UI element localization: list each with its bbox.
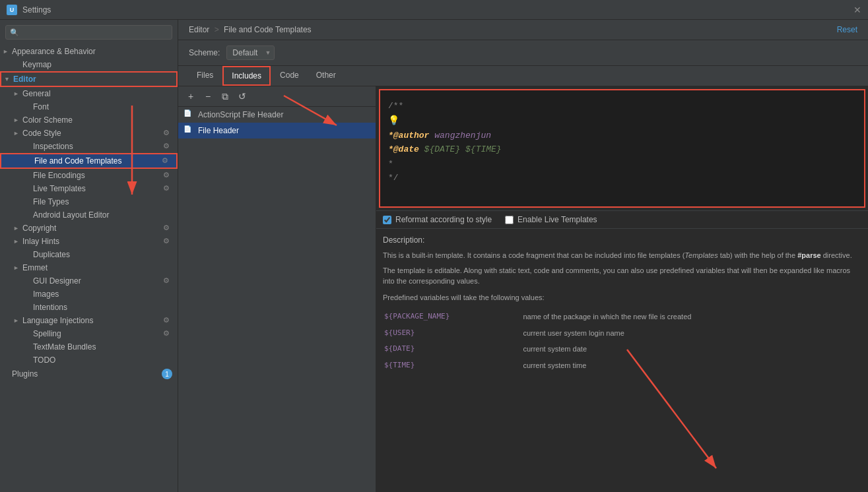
var-row-user: ${USER} current user system login name (384, 326, 860, 341)
sidebar-item-label: Images (33, 290, 59, 299)
description-para-1: This is a built-in template. It contains… (383, 250, 861, 261)
tab-code[interactable]: Code (272, 67, 307, 85)
code-line-3: *@author wangzhenjun (388, 129, 856, 142)
var-desc-time: current system time (523, 358, 860, 373)
sidebar-item-todo[interactable]: TODO (0, 354, 178, 367)
sidebar-item-editor[interactable]: Editor (0, 71, 178, 87)
sidebar-item-label: Editor (13, 75, 36, 84)
search-icon: 🔍 (10, 28, 19, 37)
expand-arrow-icon (13, 225, 20, 231)
sidebar-item-inspections[interactable]: Inspections ⚙ (0, 140, 178, 153)
expand-arrow-icon (4, 76, 11, 82)
sidebar-item-file-and-code-templates[interactable]: File and Code Templates ⚙ (0, 153, 178, 169)
sidebar-item-file-types[interactable]: File Types (0, 195, 178, 208)
content-header: Editor > File and Code Templates Reset (178, 20, 868, 40)
sidebar-item-live-templates[interactable]: Live Templates ⚙ (0, 182, 178, 195)
description-text: This is a built-in template. It contains… (383, 250, 861, 374)
template-item-file-header[interactable]: 📄 File Header (178, 123, 376, 138)
sidebar-item-emmet[interactable]: Emmet (0, 261, 178, 274)
sidebar-item-label: Copyright (22, 224, 56, 233)
split-content: + − ⧉ ↺ 📄 ActionScript (178, 86, 868, 492)
sidebar-item-label: Font (33, 102, 49, 111)
sidebar-item-intentions[interactable]: Intentions (0, 301, 178, 314)
sidebar-item-label: File and Code Templates (34, 156, 122, 166)
remove-template-button[interactable]: − (201, 89, 215, 104)
sidebar-item-label: File Encodings (33, 171, 85, 180)
sidebar-item-label: Emmet (22, 263, 48, 272)
plugins-badge: 1 (162, 369, 172, 379)
var-name-user: ${USER} (384, 326, 521, 341)
expand-arrow-icon (13, 238, 20, 245)
code-line-1: /** (388, 100, 856, 113)
live-templates-checkbox[interactable] (505, 216, 514, 224)
code-line-4: *@date ${DATE} ${TIME} (388, 143, 856, 156)
search-input[interactable] (22, 28, 168, 37)
code-line-5: * (388, 158, 856, 171)
sidebar-item-color-scheme[interactable]: Color Scheme (0, 113, 178, 127)
sidebar-item-android-layout-editor[interactable]: Android Layout Editor (0, 208, 178, 222)
sidebar-item-general[interactable]: General (0, 87, 178, 100)
template-item-actionscript[interactable]: 📄 ActionScript File Header (178, 107, 376, 123)
reset-template-button[interactable]: ↺ (235, 89, 250, 104)
sidebar-item-label: GUI Designer (33, 276, 81, 286)
close-button[interactable]: ✕ (853, 5, 861, 15)
sidebar-item-spelling[interactable]: Spelling ⚙ (0, 327, 178, 340)
tab-files[interactable]: Files (189, 67, 221, 85)
sidebar-item-inlay-hints[interactable]: Inlay Hints ⚙ (0, 235, 178, 248)
sidebar-item-gui-designer[interactable]: GUI Designer ⚙ (0, 274, 178, 288)
reformat-checkbox[interactable] (383, 216, 391, 224)
sidebar: 🔍 Appearance & Behavior Keymap Editor Ge… (0, 20, 178, 492)
expand-arrow-icon (13, 130, 20, 137)
reformat-label: Reformat according to style (395, 215, 492, 224)
expand-arrow-icon (13, 317, 20, 324)
settings-icon: ⚙ (163, 224, 172, 233)
template-file-icon: 📄 (184, 109, 194, 120)
reset-button[interactable]: Reset (837, 25, 857, 34)
reformat-checkbox-item[interactable]: Reformat according to style (383, 215, 492, 224)
sidebar-item-font[interactable]: Font (0, 100, 178, 113)
sidebar-item-file-encodings[interactable]: File Encodings ⚙ (0, 169, 178, 182)
scheme-select-wrapper[interactable]: Default Project (226, 46, 275, 60)
scheme-select[interactable]: Default Project (226, 46, 275, 60)
sidebar-item-label: Spelling (33, 329, 61, 338)
predefined-label: Predefined variables will take the follo… (383, 292, 861, 303)
var-row-time: ${TIME} current system time (384, 358, 860, 373)
sidebar-item-label: TODO (33, 355, 55, 365)
settings-icon: ⚙ (163, 316, 172, 325)
search-box[interactable]: 🔍 (5, 25, 172, 40)
settings-icon: ⚙ (163, 184, 172, 193)
settings-icon: ⚙ (162, 156, 171, 166)
code-line-2: 💡 (388, 114, 856, 128)
sidebar-item-label: Keymap (22, 60, 51, 69)
code-editor[interactable]: /** 💡 *@author wangzhenjun *@date ${DATE… (379, 89, 865, 208)
sidebar-item-label: Android Layout Editor (33, 210, 109, 220)
sidebar-item-label: File Types (33, 197, 69, 206)
sidebar-item-appearance-behavior[interactable]: Appearance & Behavior (0, 45, 178, 58)
live-templates-checkbox-item[interactable]: Enable Live Templates (505, 215, 597, 224)
add-template-button[interactable]: + (184, 89, 198, 104)
sidebar-item-label: Inlay Hints (22, 237, 59, 246)
main-layout: 🔍 Appearance & Behavior Keymap Editor Ge… (0, 20, 868, 492)
settings-icon: ⚙ (163, 142, 172, 151)
var-row-package: ${PACKAGE_NAME} name of the package in w… (384, 309, 860, 324)
var-desc-date: current system date (523, 342, 860, 357)
copy-template-button[interactable]: ⧉ (218, 89, 232, 104)
sidebar-item-images[interactable]: Images (0, 288, 178, 301)
sidebar-item-code-style[interactable]: Code Style ⚙ (0, 127, 178, 140)
breadcrumb-separator: > (215, 25, 219, 34)
live-templates-label: Enable Live Templates (517, 215, 597, 224)
sidebar-item-copyright[interactable]: Copyright ⚙ (0, 222, 178, 235)
var-desc-package: name of the package in which the new fil… (523, 309, 860, 324)
tab-other[interactable]: Other (308, 67, 344, 85)
sidebar-item-duplicates[interactable]: Duplicates (0, 248, 178, 261)
tab-includes[interactable]: Includes (222, 66, 271, 86)
sidebar-item-textmate-bundles[interactable]: TextMate Bundles (0, 340, 178, 354)
settings-icon: ⚙ (163, 237, 172, 246)
sidebar-item-keymap[interactable]: Keymap (0, 58, 178, 71)
description-para-2: The template is editable. Along with sta… (383, 265, 861, 287)
sidebar-item-plugins[interactable]: Plugins 1 (0, 367, 178, 381)
sidebar-item-label: Live Templates (33, 184, 86, 193)
sidebar-item-language-injections[interactable]: Language Injections ⚙ (0, 314, 178, 327)
breadcrumb-current: File and Code Templates (224, 25, 312, 34)
code-line-6: */ (388, 171, 856, 185)
